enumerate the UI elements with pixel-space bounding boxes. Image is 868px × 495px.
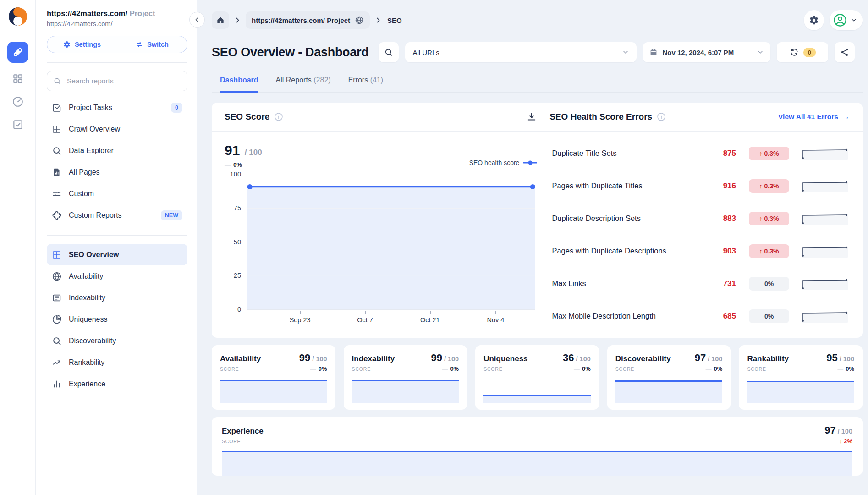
sidebar-item-rankability[interactable]: Rankability (47, 352, 187, 373)
tab-label: Dashboard (220, 76, 258, 84)
gauge-icon[interactable] (12, 96, 24, 108)
card-score: 36 (563, 352, 574, 364)
trend-down-value: ↓ 2% (839, 438, 852, 445)
view-all-errors-link[interactable]: View All 41 Errors (778, 112, 850, 121)
sidebar-item-uniqueness[interactable]: Uniqueness (47, 308, 187, 330)
flat-trend-icon (706, 365, 712, 372)
error-row-pages-with-duplicate-descriptions[interactable]: Pages with Duplicate Descriptions903↑ 0.… (552, 235, 849, 267)
error-count: 916 (710, 182, 736, 191)
seo-score-chart-section: 91 / 100 0% SEO health score 100 (212, 132, 550, 338)
card-score-label: SCORE (483, 366, 574, 372)
url-filter-select[interactable]: All URLs (405, 42, 637, 62)
error-row-duplicate-title-sets[interactable]: Duplicate Title Sets875↑ 0.3% (552, 137, 849, 170)
sidebar-item-project-tasks[interactable]: Project Tasks0 (47, 97, 187, 118)
gear-icon (63, 41, 71, 48)
project-title: https://42matters.com/ Project (47, 9, 187, 18)
home-icon (216, 16, 225, 25)
sidebar-item-availability[interactable]: Availability (47, 265, 187, 287)
score-card-availability[interactable]: Availability99/ 100SCORE0% (212, 345, 335, 410)
chevron-down-icon (851, 17, 857, 23)
account-menu[interactable] (830, 10, 863, 30)
card-score: 97 (695, 352, 706, 364)
seo-score-trend: 0% (225, 161, 262, 168)
x-axis-tick (300, 311, 301, 314)
error-count: 875 (710, 149, 736, 158)
search-reports-input[interactable] (66, 77, 181, 86)
sidebar-item-label: Data Explorer (69, 147, 114, 155)
icon-rail (0, 0, 36, 495)
home-button[interactable] (212, 11, 229, 29)
tab-errors[interactable]: Errors (41) (348, 76, 383, 93)
card-score-max: / 100 (312, 355, 327, 363)
settings-gear-button[interactable] (804, 10, 824, 30)
sidebar-collapse-button[interactable] (189, 12, 205, 28)
apps-grid-icon[interactable] (12, 73, 24, 85)
audit-icon[interactable] (7, 42, 28, 63)
project-title-url: https://42matters.com/ (47, 9, 127, 17)
plot-area (247, 175, 535, 310)
card-change: 0% (846, 365, 854, 372)
grid-icon (52, 124, 62, 134)
error-row-pages-with-duplicate-titles[interactable]: Pages with Duplicate Titles916↑ 0.3% (552, 170, 849, 202)
switch-icon (136, 41, 143, 48)
tasks-icon[interactable] (12, 119, 24, 131)
score-card-discoverability[interactable]: Discoverability97/ 100SCORE0% (607, 345, 731, 410)
error-label: Max Links (552, 279, 710, 288)
tab-dashboard[interactable]: Dashboard (220, 76, 258, 93)
error-row-max-links[interactable]: Max Links7310% (552, 267, 849, 300)
info-icon[interactable] (657, 112, 666, 121)
refresh-button[interactable]: 0 (777, 42, 828, 62)
score-mini-chart (220, 380, 327, 403)
card-score: 95 (826, 352, 837, 364)
health-errors-header: SEO Health Score Errors View All 41 Erro… (549, 112, 850, 122)
sidebar-item-experience[interactable]: Experience (47, 373, 187, 395)
sidebar-item-discoverability[interactable]: Discoverability (47, 330, 187, 352)
switch-button[interactable]: Switch (117, 36, 187, 53)
error-change-badge: 0% (749, 277, 789, 291)
card-score-max: / 100 (444, 355, 459, 363)
sidebar-item-seo-overview[interactable]: SEO Overview (47, 244, 187, 265)
sidebar-item-badge: NEW (161, 210, 182, 220)
sidebar-item-all-pages[interactable]: All Pages (47, 161, 187, 183)
card-change: 0% (450, 365, 459, 372)
score-card-rankability[interactable]: Rankability95/ 100SCORE0% (739, 345, 863, 410)
legend-label: SEO health score (469, 159, 520, 166)
sidebar-item-custom[interactable]: Custom (47, 183, 187, 204)
error-row-duplicate-description-sets[interactable]: Duplicate Description Sets883↑ 0.3% (552, 202, 849, 235)
breadcrumb-project-chip[interactable]: https://42matters.com/ Project (246, 11, 370, 29)
search-button[interactable] (379, 42, 399, 62)
score-cards-row: Availability99/ 100SCORE0%Indexability99… (212, 345, 863, 410)
crawl-date-value: Nov 12, 2024, 6:07 PM (662, 49, 734, 56)
sidebar-item-data-explorer[interactable]: Data Explorer (47, 140, 187, 161)
score-card-indexability[interactable]: Indexability99/ 100SCORE0% (344, 345, 467, 410)
score-card-uniqueness[interactable]: Uniqueness36/ 100SCORE0% (475, 345, 599, 410)
experience-mini-chart (222, 450, 852, 476)
card-score-label: SCORE (220, 366, 310, 372)
seo-score-card: SEO Score SEO Health Score Errors View A… (212, 103, 863, 338)
download-icon[interactable] (527, 112, 537, 122)
error-sparkline (801, 147, 849, 160)
sitebulb-logo (8, 6, 28, 27)
x-axis: Sep 23Oct 7Oct 21Nov 4 (247, 310, 535, 327)
pie-icon (52, 314, 62, 324)
project-url: https://42matters.com/ (47, 20, 187, 28)
tab-all-reports[interactable]: All Reports (282) (276, 76, 331, 93)
mini-chart-fill (220, 381, 327, 403)
gear-icon (809, 15, 819, 25)
settings-button[interactable]: Settings (47, 36, 117, 53)
sidebar-item-label: Crawl Overview (69, 125, 120, 133)
sidebar-item-indexability[interactable]: Indexability (47, 287, 187, 308)
info-icon[interactable] (274, 112, 283, 121)
sidebar-item-label: Experience (69, 380, 105, 388)
sidebar-item-custom-reports[interactable]: Custom ReportsNEW (47, 204, 187, 226)
view-all-errors-label: View All 41 Errors (778, 113, 838, 121)
switch-label: Switch (147, 41, 169, 48)
search-icon (384, 48, 393, 57)
crawl-date-select[interactable]: Nov 12, 2024, 6:07 PM (643, 42, 770, 62)
sidebar-item-label: Rankability (69, 358, 104, 367)
sidebar-item-crawl-overview[interactable]: Crawl Overview (47, 118, 187, 140)
score-card-experience[interactable]: Experience 97 / 100 SCORE ↓ 2% (212, 417, 863, 476)
error-row-max-mobile-description-length[interactable]: Max Mobile Description Length6850% (552, 300, 849, 332)
share-button[interactable] (835, 42, 855, 62)
flat-trend-icon (574, 365, 580, 372)
